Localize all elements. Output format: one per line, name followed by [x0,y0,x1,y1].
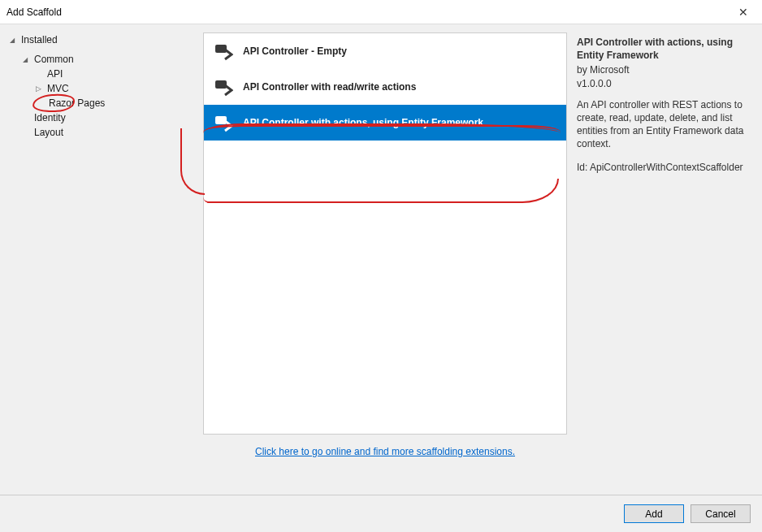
chevron-down-icon [10,36,18,44]
tree-item-common[interactable]: Common [6,52,197,67]
details-title: API Controller with actions, using Entit… [577,36,752,62]
scaffold-item-label: API Controller with actions, using Entit… [243,117,483,128]
scaffold-item-label: API Controller - Empty [243,45,347,57]
tree-label: Identity [34,112,66,123]
details-panel: API Controller with actions, using Entit… [567,24,762,479]
tree-label: MVC [47,83,69,94]
tree-item-razor-pages[interactable]: Razor Pages [6,96,197,110]
tree-item-identity[interactable]: Identity [6,110,197,125]
tree-label: Layout [34,127,63,138]
svg-rect-1 [215,80,227,89]
details-version: v1.0.0.0 [577,77,752,90]
scaffold-item-api-readwrite[interactable]: API Controller with read/write actions [204,69,566,105]
chevron-right-icon [36,84,44,93]
scaffold-item-label: API Controller with read/write actions [243,81,416,93]
tree-label: Common [34,54,74,65]
svg-rect-0 [215,45,227,53]
chevron-down-icon [23,55,31,63]
svg-rect-2 [215,116,227,124]
tree-root-installed[interactable]: Installed [6,32,197,47]
scaffold-item-api-ef[interactable]: API Controller with actions, using Entit… [204,105,566,141]
scaffold-list-panel: API Controller - Empty API Controller wi… [203,24,567,479]
tree-item-layout[interactable]: Layout [6,125,197,140]
details-id: Id: ApiControllerWithContextScaffolder [577,161,752,174]
add-button[interactable]: Add [624,504,684,523]
details-author: by Microsoft [577,63,752,76]
tree-label: API [47,68,63,80]
window-title: Add Scaffold [6,6,62,18]
controller-icon [214,41,233,61]
tree-item-api[interactable]: API [6,67,197,81]
dialog-content: Installed Common API MVC Razor Pages Ide… [0,24,762,479]
scaffold-item-api-empty[interactable]: API Controller - Empty [204,33,566,69]
category-tree: Installed Common API MVC Razor Pages Ide… [0,24,203,479]
dialog-footer: Add Cancel [0,495,762,532]
details-description: An API controller with REST actions to c… [577,98,752,151]
controller-icon [214,113,233,132]
online-extensions-link[interactable]: Click here to go online and find more sc… [203,435,567,457]
tree-label: Razor Pages [49,97,105,109]
close-icon[interactable]: ✕ [731,4,756,20]
controller-icon [214,77,233,97]
scaffold-list: API Controller - Empty API Controller wi… [203,32,567,435]
tree-label: Installed [21,34,58,45]
cancel-button[interactable]: Cancel [691,504,751,523]
tree-item-mvc[interactable]: MVC [6,81,197,96]
titlebar: Add Scaffold ✕ [0,0,762,24]
